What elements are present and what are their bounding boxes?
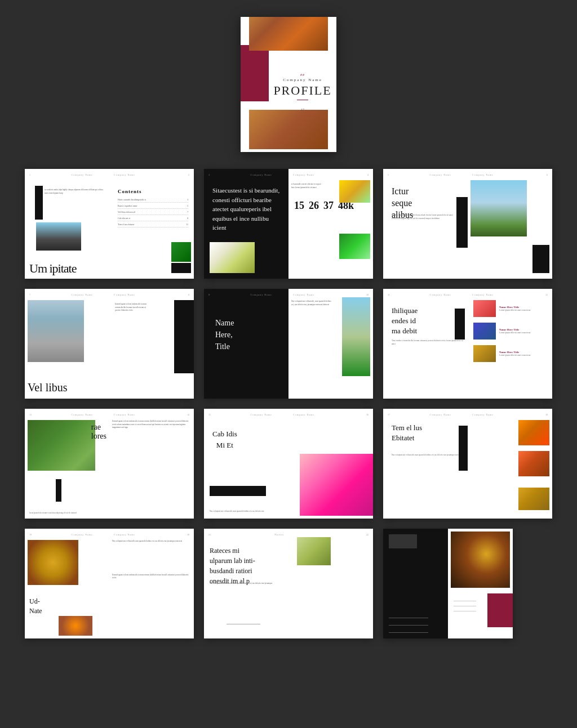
company-label-7: Company Name xyxy=(72,293,93,296)
spread-12 xyxy=(383,529,513,638)
s9-big-text: Tem el lusEbitatet xyxy=(392,423,422,443)
spread-3: 5 Company Name Ictursequealibus Molden v… xyxy=(383,169,552,279)
s4-ice-photo xyxy=(28,300,84,362)
cover-num: 17 xyxy=(301,108,304,111)
page-num-20: 20 xyxy=(187,533,189,536)
spread-12-page-left xyxy=(383,529,448,638)
spread-11: 21 Notes Rateces miulparum lab inti-busd… xyxy=(204,529,373,638)
page-num-5: 5 xyxy=(388,173,389,176)
s1-black-block xyxy=(35,186,43,220)
spread-9-page-left: 17 Company Name Tem el lusEbitatet Nus v… xyxy=(383,409,468,519)
s2-quote: Sitaecustest is si bearundit, conesti of… xyxy=(212,186,283,233)
s7-black-bar xyxy=(56,479,61,502)
page-num-10: 10 xyxy=(366,293,369,296)
cover-crimson-block xyxy=(241,45,269,101)
team-info-2: Name Here Title Lorem ipsum dolor sit am… xyxy=(499,328,531,334)
s4p2-black-block xyxy=(174,300,194,373)
s11-body: Nus voluptati aut vollaut alit eum quam … xyxy=(210,582,283,586)
company-label-8: Company Name xyxy=(114,293,135,296)
company-label-20: Company Name xyxy=(114,533,135,536)
s11p2-green-photo xyxy=(297,537,331,565)
page-num-15: 15 xyxy=(208,413,211,416)
company-label-4: Company Name xyxy=(293,173,314,176)
page-num-7: 7 xyxy=(29,293,30,296)
s12-line-3 xyxy=(389,632,428,633)
page-num-21: 21 xyxy=(208,533,211,536)
s12-line-1 xyxy=(389,618,428,618)
page-num-12: 12 xyxy=(545,293,548,296)
s4-big-text: Vel libus xyxy=(28,381,68,394)
s2p2-yellow-photo xyxy=(339,180,370,203)
spread-7-page-right: 14 Company Name Entend quam voloris enda… xyxy=(109,409,194,519)
team-item-3: Name Here Title Lorem ipsum dolor sit am… xyxy=(473,345,549,362)
page-num-4: 4 xyxy=(367,173,369,176)
contents-list: Hatio caemdit Incidimporelit is3 Ratece … xyxy=(118,198,188,229)
company-label-14: Company Name xyxy=(114,413,135,416)
s2p2-green-photo xyxy=(339,234,370,259)
s9p2-food-photo-2 xyxy=(518,451,549,476)
num-15: 15 xyxy=(294,200,304,212)
spread-4-page-left: 7 Company Name Vel libus xyxy=(25,289,109,399)
s5p2-text: Nus voluptati aut vollaut alit, eum quam… xyxy=(291,300,334,306)
company-label-19: Company Name xyxy=(72,533,93,536)
s9-black-rect xyxy=(459,426,468,471)
page-num-8: 8 xyxy=(188,293,189,296)
spread-8: 15 Company Name Cab IdisMi Et Nus volupt… xyxy=(204,409,373,519)
spread-9-page-right: 18 Company Name xyxy=(468,409,552,519)
spread-3-page-right: 6 Company Name xyxy=(468,169,552,279)
spread-2-page-left: 3 Company Name Sitaecustest is si bearun… xyxy=(204,169,288,279)
s7p2-text: Entend quam voloris endam alic tectum es… xyxy=(112,420,191,430)
team-photo-2 xyxy=(473,323,496,340)
cover-bottom-photo xyxy=(249,110,328,149)
s10-small-food-photo xyxy=(59,616,92,636)
s4p2-text: Entend quam voloris endam alic tectum es… xyxy=(115,303,152,312)
company-label-18: Company Name xyxy=(472,413,494,416)
s3-body-text: Molden vendere molitu tilade doctus tila… xyxy=(392,214,462,220)
company-label-10: Company Name xyxy=(293,293,314,296)
spread-12-page-right xyxy=(448,529,513,638)
page-num-22: 22 xyxy=(366,533,369,536)
company-label-12: Company Name xyxy=(472,293,494,296)
spread-1-page-left: 1 Company Name ia venderis andes ulpa hi… xyxy=(25,169,109,279)
page-num-3: 3 xyxy=(208,173,210,176)
s12-line-2 xyxy=(389,625,428,626)
company-label-16: Company Name xyxy=(293,413,314,416)
s10-pizza-photo xyxy=(28,540,78,585)
s8-black-bar xyxy=(210,486,266,496)
s12-line-a xyxy=(454,601,476,601)
spread-11-page-right: 22 xyxy=(288,529,373,638)
spread-2: 3 Company Name Sitaecustest is si bearun… xyxy=(204,169,373,279)
s8p2-cherry-photo xyxy=(300,454,373,516)
company-label-17: Company Name xyxy=(430,413,451,416)
spread-5-page-left: 9 Company Name NameHere,Title xyxy=(204,289,288,399)
s5p2-cactus-photo xyxy=(342,297,370,376)
s12-white-lines xyxy=(454,601,482,616)
s12-dark-rect xyxy=(389,534,417,548)
page-num-14: 14 xyxy=(187,413,189,416)
s3p2-black-block xyxy=(532,245,549,273)
company-label-3: Company Name xyxy=(251,173,272,176)
s11-rateces-title: Rateces miulparum lab inti-busdandi rati… xyxy=(210,546,283,586)
contents-title: Contents xyxy=(118,189,142,194)
spread-4: 7 Company Name Vel libus 8 Company Name … xyxy=(25,289,194,399)
cover-page: ## Company Name PROFILE 17 xyxy=(241,17,336,152)
s2-flowers-photo xyxy=(210,242,255,273)
spread-8-page-left: 15 Company Name Cab IdisMi Et Nus volupt… xyxy=(204,409,288,519)
cover-top-photo xyxy=(249,17,328,51)
s9p2-food-photo-1 xyxy=(518,420,549,445)
s10p2-text-bottom: Entend quam voloris endam alic tectum es… xyxy=(112,574,191,580)
company-label-15: Company Name xyxy=(251,413,272,416)
page-num-18: 18 xyxy=(545,413,548,416)
team-info-3: Name Here Title Lorem ipsum dolor sit am… xyxy=(499,351,531,356)
s1-big-text: Um ipitate xyxy=(29,261,76,276)
s11-divider xyxy=(227,624,260,624)
spread-9: 17 Company Name Tem el lusEbitatet Nus v… xyxy=(383,409,552,519)
page-num-13: 13 xyxy=(29,413,32,416)
company-label-5: Company Name xyxy=(430,173,451,176)
contents-item-5: Tem el ius ebitatet11 xyxy=(118,223,188,227)
s1p2-black-mini xyxy=(171,263,191,273)
page-num-1: 1 xyxy=(29,173,30,176)
s12-line-c xyxy=(454,611,476,611)
s3p2-windmill-photo xyxy=(471,180,527,236)
spread-10: 19 Company Name Ud-Nate 20 Company Name … xyxy=(25,529,194,638)
